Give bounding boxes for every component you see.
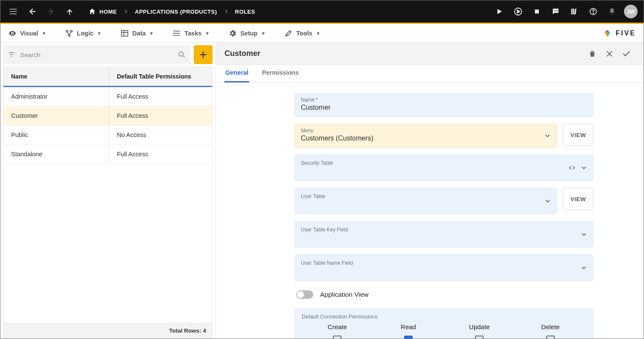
svg-marker-29 xyxy=(605,29,607,32)
field-value xyxy=(301,234,587,242)
help-icon[interactable] xyxy=(585,3,602,20)
chat-icon[interactable] xyxy=(547,3,564,20)
search-row xyxy=(3,45,213,64)
perm-delete: Delete xyxy=(525,323,576,339)
debug-icon[interactable] xyxy=(510,3,527,20)
search-input[interactable] xyxy=(20,51,173,58)
field-name[interactable]: Name * Customer xyxy=(294,93,593,117)
col-name[interactable]: Name xyxy=(3,67,109,86)
close-button[interactable] xyxy=(601,45,618,62)
view-button[interactable]: VIEW xyxy=(563,124,593,146)
delete-button[interactable] xyxy=(584,45,601,62)
chevron-down-icon: ▼ xyxy=(41,31,46,36)
breadcrumb-apps-label: APPLICATIONS (PRODUCTS) xyxy=(135,9,217,15)
menubar: Visual▼ Logic▼ Data▼ Tasks▼ Setup▼ Tools… xyxy=(0,24,644,43)
perm-read-checkbox[interactable] xyxy=(404,336,413,339)
col-perm[interactable]: Default Table Permissions xyxy=(109,67,212,86)
menu-logic[interactable]: Logic▼ xyxy=(65,29,102,38)
brand-logo-text: FIVE xyxy=(615,29,636,37)
field-value xyxy=(301,200,551,209)
detail-panel: Customer General Permissions Name * Cust… xyxy=(216,43,644,339)
svg-rect-14 xyxy=(573,9,574,14)
perm-update-checkbox[interactable] xyxy=(475,336,484,339)
roles-list-panel: Name Default Table Permissions Administr… xyxy=(0,43,216,339)
field-value xyxy=(301,167,587,175)
page-title: Customer xyxy=(224,49,260,58)
breadcrumb-apps[interactable]: APPLICATIONS (PRODUCTS) xyxy=(129,9,223,15)
save-button[interactable] xyxy=(618,45,635,62)
table-row[interactable]: Public No Access xyxy=(3,126,212,145)
tab-permissions[interactable]: Permissions xyxy=(261,64,300,82)
forward-icon xyxy=(42,3,59,20)
brand-logo-icon xyxy=(603,29,612,38)
field-user-table[interactable]: User Table xyxy=(294,188,557,214)
svg-point-19 xyxy=(66,30,68,32)
tab-general[interactable]: General xyxy=(224,64,249,82)
svg-rect-22 xyxy=(121,30,128,36)
add-button[interactable] xyxy=(194,45,213,64)
hamburger-icon[interactable] xyxy=(5,3,22,20)
menu-tasks[interactable]: Tasks▼ xyxy=(172,29,210,38)
library-icon[interactable] xyxy=(566,3,583,20)
perm-create-checkbox[interactable] xyxy=(333,336,341,339)
field-label: Menu xyxy=(301,128,551,134)
view-button[interactable]: VIEW xyxy=(563,188,593,210)
chevron-down-icon[interactable] xyxy=(544,197,551,205)
field-label: User Table Name Field xyxy=(301,260,587,266)
chevron-down-icon: ▼ xyxy=(205,31,210,36)
menu-data[interactable]: Data▼ xyxy=(120,29,154,38)
field-security-table[interactable]: Security Table xyxy=(294,155,593,181)
svg-marker-30 xyxy=(605,32,607,37)
perm-delete-checkbox[interactable] xyxy=(546,336,555,339)
field-value xyxy=(301,267,587,275)
field-label: User Table Key Field xyxy=(301,227,587,233)
search-box[interactable] xyxy=(3,45,190,64)
menu-visual[interactable]: Visual▼ xyxy=(8,29,46,38)
svg-point-18 xyxy=(12,32,13,34)
field-user-name-field[interactable]: User Table Name Field xyxy=(294,254,593,281)
up-icon[interactable] xyxy=(61,3,78,20)
menu-tools[interactable]: Tools▼ xyxy=(284,29,320,38)
topbar: HOME APPLICATIONS (PRODUCTS) ROLES JW xyxy=(0,0,644,23)
chevron-down-icon[interactable] xyxy=(580,264,588,272)
field-label: Security Table xyxy=(301,160,587,166)
perm-box-label: Default Connection Permissions xyxy=(302,314,586,320)
breadcrumb-home[interactable]: HOME xyxy=(82,8,123,15)
table-row[interactable]: Customer Full Access xyxy=(3,106,212,126)
svg-point-17 xyxy=(593,13,594,14)
table-row[interactable]: Administrator Full Access xyxy=(3,87,212,106)
search-icon[interactable] xyxy=(178,50,186,59)
field-value: Customer xyxy=(301,104,587,112)
play-icon[interactable] xyxy=(491,3,508,20)
back-icon[interactable] xyxy=(23,3,41,20)
application-view-row: Application View xyxy=(294,288,593,301)
grid-header: Name Default Table Permissions xyxy=(3,67,212,87)
chevron-down-icon: ▼ xyxy=(149,31,154,36)
application-view-toggle[interactable] xyxy=(296,290,313,299)
svg-rect-9 xyxy=(535,9,539,13)
form-scroll[interactable]: Name * Customer Menu Customers (Customer… xyxy=(216,83,644,339)
default-connection-permissions: Default Connection Permissions Create Re… xyxy=(294,308,593,339)
chevron-down-icon[interactable] xyxy=(580,231,588,238)
field-user-key[interactable]: User Table Key Field xyxy=(294,221,593,248)
chevron-icon xyxy=(123,9,129,15)
breadcrumb-roles[interactable]: ROLES xyxy=(229,9,261,15)
field-label: Name * xyxy=(301,97,587,103)
chevron-down-icon[interactable] xyxy=(544,132,551,140)
field-menu[interactable]: Menu Customers (Customers) xyxy=(294,124,557,148)
svg-point-20 xyxy=(70,30,72,32)
main-split: Name Default Table Permissions Administr… xyxy=(0,43,644,339)
svg-marker-6 xyxy=(498,9,502,14)
filter-icon[interactable] xyxy=(7,50,16,59)
toggle-label: Application View xyxy=(320,291,368,298)
svg-line-36 xyxy=(183,56,185,58)
code-icon[interactable] xyxy=(568,164,576,172)
stop-icon[interactable] xyxy=(528,3,545,20)
bell-icon[interactable] xyxy=(603,3,621,20)
roles-grid: Name Default Table Permissions Administr… xyxy=(3,67,213,339)
menu-setup[interactable]: Setup▼ xyxy=(228,29,265,38)
chevron-down-icon[interactable] xyxy=(580,164,588,172)
table-row[interactable]: Standalone Full Access xyxy=(3,145,212,164)
avatar[interactable]: JW xyxy=(624,5,638,18)
chevron-down-icon: ▼ xyxy=(97,31,102,36)
